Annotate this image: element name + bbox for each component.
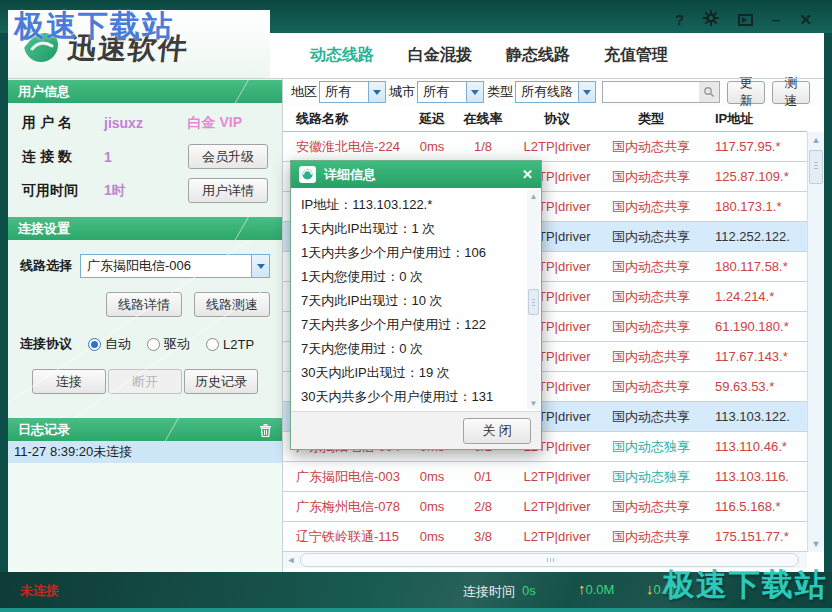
cell-ip: 180.117.58.*	[699, 259, 807, 274]
protocol-label: 连接协议	[20, 335, 72, 353]
nav-tab-1[interactable]: 动态线路	[310, 45, 374, 66]
cell-delay: 0ms	[409, 499, 455, 514]
user-detail-button[interactable]: 用户详情	[188, 178, 268, 203]
vertical-scrollbar[interactable]: ▲ ▼	[807, 132, 824, 552]
chevron-down-icon[interactable]	[368, 82, 385, 102]
cell-type: 国内动态共享	[603, 408, 699, 426]
cell-ip: 180.173.1.*	[699, 199, 807, 214]
line-detail-button[interactable]: 线路详情	[106, 292, 182, 317]
radio-icon[interactable]	[206, 338, 219, 351]
city-dropdown[interactable]: 所有	[417, 81, 484, 103]
header-divider	[8, 78, 824, 79]
cell-online: 1/8	[455, 139, 511, 154]
line-select-dropdown[interactable]: 广东揭阳电信-006	[80, 254, 270, 278]
gear-icon[interactable]	[703, 10, 719, 30]
username-row: 用 户 名 jisuxz 白金 VIP	[8, 108, 282, 137]
scroll-left-icon[interactable]: ◄	[284, 552, 298, 568]
chevron-down-icon[interactable]	[578, 82, 595, 102]
window-controls: ? – ✕	[675, 10, 812, 30]
modal-close-button[interactable]: 关 闭	[463, 418, 531, 444]
disconnect-button[interactable]: 断开	[108, 369, 182, 394]
region-value: 所有	[320, 83, 368, 101]
connect-button[interactable]: 连接	[32, 369, 106, 394]
protocol-option-1[interactable]: 自动	[88, 335, 131, 353]
table-row[interactable]: 广东揭阳电信-0030ms0/1L2TP|driver国内动态独享113.103…	[283, 462, 807, 492]
watermark-top: 极速下载站	[14, 6, 174, 47]
minimize-to-tray-icon[interactable]	[738, 14, 753, 26]
nav-tab-2[interactable]: 白金混拨	[408, 45, 472, 66]
column-header-1[interactable]: 线路名称	[283, 110, 409, 128]
history-button[interactable]: 历史记录	[184, 369, 258, 394]
minimize-icon[interactable]: –	[772, 12, 780, 28]
connection-status: 未连接	[20, 582, 59, 600]
nav-tab-3[interactable]: 静态线路	[506, 45, 570, 66]
search-box	[602, 81, 720, 103]
radio-icon[interactable]	[147, 338, 160, 351]
column-header-3[interactable]: 在线率	[455, 110, 511, 128]
table-row[interactable]: 辽宁铁岭联通-1150ms3/8L2TP|driver国内动态共享175.151…	[283, 522, 807, 552]
user-info-title: 用户信息	[18, 83, 70, 101]
cell-ip: 59.63.53.*	[699, 379, 807, 394]
connection-settings-header: 连接设置	[8, 217, 282, 240]
cell-type: 国内动态共享	[603, 168, 699, 186]
help-icon[interactable]: ?	[675, 12, 684, 28]
scroll-down-icon[interactable]: ▼	[527, 397, 540, 409]
nav-tab-4[interactable]: 充值管理	[604, 45, 668, 66]
cell-type: 国内动态共享	[603, 528, 699, 546]
cell-type: 国内动态独享	[603, 438, 699, 456]
column-header-4[interactable]: 协议	[511, 110, 603, 128]
cell-ip: 61.190.180.*	[699, 319, 807, 334]
connections-label: 连 接 数	[22, 148, 104, 166]
region-dropdown[interactable]: 所有	[319, 81, 386, 103]
scroll-down-icon[interactable]: ▼	[808, 536, 824, 552]
cell-delay: 0ms	[409, 139, 455, 154]
upgrade-button[interactable]: 会员升级	[188, 144, 268, 169]
line-select-label: 线路选择	[20, 257, 72, 275]
line-select-value: 广东揭阳电信-006	[81, 257, 251, 275]
app-window: ? – ✕	[0, 0, 832, 612]
city-value: 所有	[418, 83, 466, 101]
modal-scroll-thumb[interactable]	[528, 289, 539, 315]
cell-type: 国内动态共享	[603, 378, 699, 396]
cell-name: 安徽淮北电信-224	[283, 138, 409, 156]
up-arrow-icon: ↑	[578, 580, 586, 597]
cell-online: 2/8	[455, 499, 511, 514]
search-icon[interactable]	[699, 82, 719, 102]
line-buttons-row: 线路详情 线路测速	[8, 292, 282, 317]
protocol-option-3[interactable]: L2TP	[206, 335, 254, 353]
modal-close-icon[interactable]: ✕	[522, 167, 533, 182]
column-header-2[interactable]: 延迟	[409, 110, 455, 128]
column-header-5[interactable]: 类型	[603, 110, 699, 128]
speedtest-button[interactable]: 测速	[772, 81, 810, 104]
column-header-6[interactable]: IP地址	[699, 110, 807, 128]
protocol-option-label: L2TP	[223, 337, 254, 352]
scroll-up-icon[interactable]: ▲	[527, 190, 540, 202]
cell-ip: 125.87.109.*	[699, 169, 807, 184]
log-section: 日志记录 11-27 8:39:20未连接	[8, 418, 282, 572]
update-button[interactable]: 更新	[727, 81, 765, 104]
table-row[interactable]: 安徽淮北电信-2240ms1/8L2TP|driver国内动态共享117.57.…	[283, 132, 807, 162]
chevron-down-icon[interactable]	[466, 82, 483, 102]
cell-type: 国内动态共享	[603, 348, 699, 366]
log-entry[interactable]: 11-27 8:39:20未连接	[8, 441, 282, 463]
search-input[interactable]	[603, 83, 699, 101]
modal-scrollbar[interactable]: ▲ ▼	[527, 190, 540, 409]
log-list: 11-27 8:39:20未连接	[8, 441, 282, 572]
cell-ip: 113.103.116.	[699, 469, 807, 484]
vertical-scroll-thumb[interactable]	[809, 150, 823, 184]
city-label: 城市	[389, 83, 415, 101]
close-icon[interactable]: ✕	[799, 12, 812, 28]
type-dropdown[interactable]: 所有线路	[515, 81, 596, 103]
cell-online: 3/8	[455, 529, 511, 544]
protocol-option-2[interactable]: 驱动	[147, 335, 190, 353]
trash-icon[interactable]	[259, 423, 272, 437]
radio-icon[interactable]	[88, 338, 101, 351]
scroll-up-icon[interactable]: ▲	[808, 132, 824, 148]
chevron-down-icon[interactable]	[251, 255, 269, 277]
line-speedtest-button[interactable]: 线路测速	[194, 292, 270, 317]
vip-badge: 白金 VIP	[188, 114, 242, 132]
cell-type: 国内动态共享	[603, 498, 699, 516]
username-value: jisuxz	[104, 115, 143, 131]
table-row[interactable]: 广东梅州电信-0780ms2/8L2TP|driver国内动态共享116.5.1…	[283, 492, 807, 522]
cell-name: 广东梅州电信-078	[283, 498, 409, 516]
